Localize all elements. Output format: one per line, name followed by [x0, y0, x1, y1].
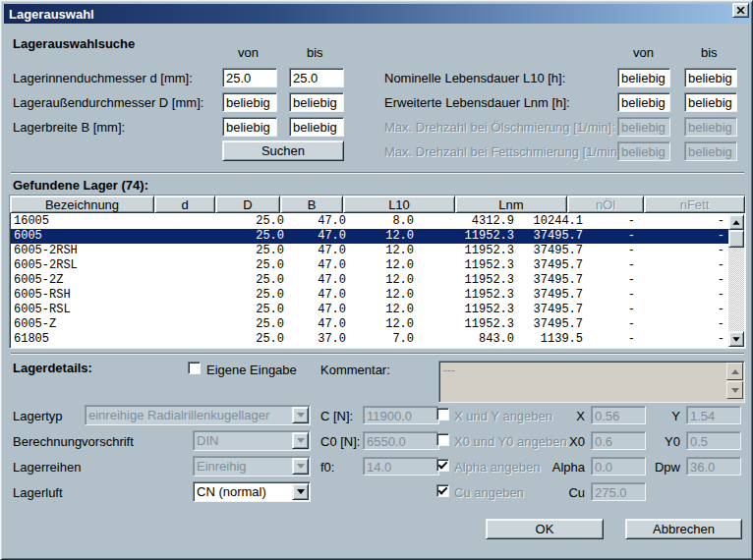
- table-cell: -: [628, 258, 635, 273]
- title-bar[interactable]: Lagerauswahl: [4, 4, 751, 24]
- table-cell: 11952.3: [465, 258, 514, 273]
- vertical-scrollbar[interactable]: [728, 214, 744, 347]
- table-cell: -: [718, 229, 724, 244]
- column-header-1[interactable]: d: [154, 196, 215, 213]
- table-cell: -: [718, 258, 724, 273]
- column-header-0[interactable]: Bezeichnung: [10, 196, 154, 213]
- table-cell: -: [628, 317, 635, 332]
- l10-von-input[interactable]: [617, 68, 670, 87]
- lagerreihen-label: Lagerreihen: [13, 460, 81, 475]
- table-cell: 37495.7: [534, 317, 583, 332]
- outer-diameter-von-input[interactable]: [222, 92, 277, 112]
- arrow-down-icon: [732, 337, 739, 342]
- table-row[interactable]: 600525.047.012.011952.337495.7--: [11, 229, 728, 244]
- width-bis-input[interactable]: [289, 117, 344, 137]
- table-cell: -: [628, 273, 635, 288]
- lagerluft-dropdown[interactable]: CN (normal): [193, 481, 311, 502]
- table-row[interactable]: 6005-2Z25.047.012.011952.337495.7--: [11, 273, 728, 288]
- table-cell: 25.0: [256, 273, 284, 288]
- table-cell: 37495.7: [534, 229, 583, 244]
- lagerreihen-dropdown: Einreihig: [193, 456, 311, 476]
- table-row[interactable]: 6005-RSL25.047.012.011952.337495.7--: [11, 303, 728, 317]
- arrow-up-icon: [732, 220, 739, 225]
- table-cell: 11952.3: [465, 288, 514, 303]
- f0-label: f0:: [320, 460, 334, 475]
- table-cell: 25.0: [256, 317, 284, 332]
- lnm-bis-input[interactable]: [684, 92, 737, 112]
- table-cell: 47.0: [318, 303, 346, 317]
- table-cell: 6005-Z: [14, 317, 56, 332]
- xy-angeben-checkbox: [436, 408, 449, 420]
- eigene-eingabe-checkbox[interactable]: [188, 362, 201, 374]
- lagerreihen-value: Einreihig: [194, 459, 292, 474]
- width-von-input[interactable]: [222, 117, 277, 137]
- column-header-4[interactable]: L10: [343, 196, 455, 213]
- von-header-right: von: [633, 45, 654, 60]
- table-cell: 25.0: [256, 332, 284, 347]
- c0-label: C0 [N]:: [320, 434, 360, 449]
- table-row[interactable]: 1600525.047.08.04312.910244.1--: [11, 214, 728, 229]
- alpha-input: [591, 457, 646, 476]
- table-row[interactable]: 6005-2RSL25.047.012.011952.337495.7--: [11, 258, 728, 273]
- bis-header-left: bis: [307, 45, 323, 60]
- f0-input: [363, 457, 439, 476]
- table-row[interactable]: 6005-2RSH25.047.012.011952.337495.7--: [11, 244, 728, 258]
- scroll-up-button[interactable]: [728, 214, 744, 230]
- l10-life-label: Nominelle Lebensdauer L10 [h]:: [384, 71, 565, 85]
- scroll-down-button[interactable]: [728, 331, 744, 347]
- column-header-3[interactable]: B: [280, 196, 343, 213]
- lagertyp-value: einreihige Radialrillenkugellager: [86, 408, 292, 422]
- table-cell: -: [718, 303, 724, 317]
- table-cell: 12.0: [385, 288, 414, 303]
- inner-diameter-bis-input[interactable]: [289, 68, 344, 87]
- section-divider: [11, 353, 744, 355]
- alpha-angeben-checkbox: [436, 459, 449, 472]
- table-row[interactable]: 6005-RSH25.047.012.011952.337495.7--: [11, 288, 728, 303]
- cu-angeben-label: Cu angeben: [454, 485, 524, 500]
- lnm-von-input[interactable]: [617, 92, 670, 112]
- y-label: Y: [645, 409, 680, 423]
- eigene-eingabe-label: Eigene Eingabe: [206, 363, 297, 377]
- l10-bis-input[interactable]: [684, 68, 737, 87]
- table-cell: 61805: [14, 332, 49, 347]
- lagertyp-dropdown: einreihige Radialrillenkugellager: [85, 405, 311, 425]
- table-cell: 11952.3: [465, 229, 514, 244]
- table-cell: 6005: [14, 229, 42, 244]
- column-header-2[interactable]: D: [215, 196, 280, 213]
- table-row[interactable]: 6005-Z25.047.012.011952.337495.7--: [11, 317, 728, 332]
- column-header-5[interactable]: Lnm: [455, 196, 567, 213]
- y0-input: [686, 431, 741, 450]
- alpha-label: Alpha: [546, 460, 585, 475]
- details-section-title: Lagerdetails:: [13, 361, 92, 375]
- outer-diameter-bis-input[interactable]: [289, 92, 344, 112]
- lagerluft-label: Lagerluft: [13, 485, 63, 500]
- table-cell: -: [718, 214, 724, 229]
- search-button[interactable]: Suchen: [222, 140, 344, 161]
- table-cell: 12.0: [385, 303, 414, 317]
- table-cell: 25.0: [256, 229, 284, 244]
- table-cell: 6005-2Z: [14, 273, 63, 288]
- scrollbar-thumb[interactable]: [728, 230, 744, 248]
- table-row[interactable]: 6180525.037.07.0843.01139.5--: [11, 332, 728, 347]
- table-cell: 37495.7: [534, 244, 583, 258]
- inner-diameter-von-input[interactable]: [222, 68, 277, 87]
- dropdown-button[interactable]: [292, 483, 309, 500]
- table-cell: 4312.9: [472, 214, 514, 229]
- x0-label: X0: [546, 434, 585, 449]
- grease-speed-bis-input: [684, 141, 737, 161]
- table-cell: 12.0: [385, 258, 414, 273]
- close-button[interactable]: [732, 3, 749, 18]
- width-label: Lagerbreite B [mm]:: [13, 120, 125, 135]
- table-cell: -: [718, 288, 724, 303]
- table-cell: -: [718, 273, 724, 288]
- alpha-angeben-label: Alpha angeben: [454, 460, 540, 475]
- table-cell: 8.0: [392, 214, 414, 229]
- close-icon: [737, 7, 745, 14]
- xy-angeben-label: X und Y angeben: [454, 409, 552, 423]
- results-table-body: 1600525.047.08.04312.910244.1--600525.04…: [11, 214, 728, 347]
- results-section-title: Gefundene Lager (74):: [13, 178, 148, 193]
- ok-button[interactable]: OK: [486, 519, 604, 539]
- table-cell: 1139.5: [541, 332, 583, 347]
- table-cell: 25.0: [256, 303, 284, 317]
- cancel-button[interactable]: Abbrechen: [625, 519, 742, 539]
